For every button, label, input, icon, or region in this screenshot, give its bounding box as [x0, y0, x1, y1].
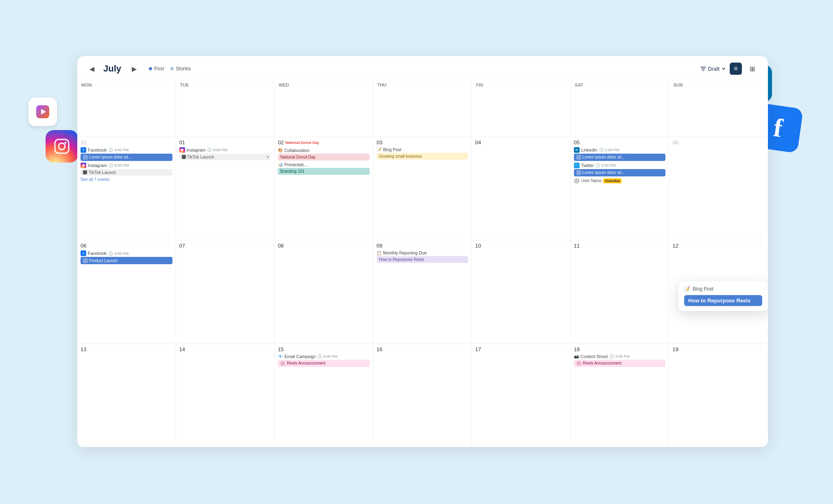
presentation-label: Presentati... — [284, 162, 307, 167]
content-shoot-label: Content Shoot — [580, 354, 608, 359]
day-number-31: 31 — [81, 139, 172, 146]
chevron-down-icon — [722, 67, 726, 71]
popup-header: 📝 Blog Post — [684, 286, 762, 292]
filter-button[interactable]: Draft — [700, 66, 726, 72]
event-instagram-header: ◉ Instagram 🕗 8:00 PM — [81, 163, 172, 168]
day-number-08: 08 — [278, 243, 370, 249]
col-header-sun: Sun — [669, 80, 768, 137]
post-dot — [149, 67, 152, 70]
day-cell-06-sun: 06 — [669, 137, 768, 241]
day-number-11: 11 — [574, 243, 666, 249]
col-header-mon: Mon — [77, 80, 176, 137]
day-number-12: 12 — [672, 243, 765, 249]
repurpose-reels-event[interactable]: How to Repurpose Reels — [377, 256, 469, 263]
user-avatar-05 — [574, 178, 580, 184]
email-campaign-header: 📧 Email Campaign 🕓 4:00 PM — [278, 354, 370, 359]
day-cell-08: 08 — [275, 240, 373, 344]
legend-post: Post — [149, 66, 164, 72]
svg-point-3 — [59, 143, 65, 150]
twitter-lorem-event[interactable]: Lorem ipsum dolor sit... — [574, 169, 666, 176]
day-number-18: 18 — [574, 346, 666, 352]
collaboration-label: Collaboration — [284, 148, 310, 153]
reels-announcement-15-event[interactable]: Reels Announcement — [278, 360, 370, 367]
grid-view-button[interactable]: ⊞ — [746, 63, 758, 75]
day-number-16: 16 — [377, 346, 469, 352]
facebook-platform-icon: f — [81, 147, 86, 153]
twitter-time-05: 🕑 2:00 PM — [595, 163, 616, 167]
day-cell-17: 17 — [472, 344, 571, 448]
facebook-w2-header: f Facebook 🕓 4:00 PM — [81, 250, 172, 256]
month-title: July — [103, 63, 121, 74]
tiktok-launch-01-event[interactable]: TikTok Launch • — [179, 154, 271, 160]
filter-label: Draft — [708, 66, 720, 72]
linkedin-platform-05: LinkedIn — [581, 148, 597, 152]
national-donut-event[interactable]: National Donut Day — [278, 154, 370, 161]
instagram-icon — [46, 130, 78, 163]
event-instagram-01-header: ◉ Instagram 🕗 8:00 PM — [179, 147, 271, 153]
day-number-02: 02 — [278, 139, 283, 146]
instagram-platform-name: Instagram — [88, 163, 107, 168]
day-cell-mon-06: 06 f Facebook 🕓 4:00 PM Product Launch — [77, 240, 176, 344]
facebook-event-time: 🕓 4:00 PM — [108, 148, 129, 152]
day-cell-19: 19 — [669, 344, 768, 448]
day-cell-15: 15 📧 Email Campaign 🕓 4:00 PM Reels Anno… — [275, 344, 373, 448]
next-month-button[interactable]: ▶ — [129, 64, 139, 74]
day-number-01: 01 — [179, 139, 271, 146]
day-number-03: 03 — [377, 139, 469, 146]
legend-post-label: Post — [154, 66, 164, 72]
col-header-sat: Sat — [571, 80, 669, 137]
legend-stories-label: Stories — [176, 66, 191, 72]
day-cell-03: 03 📝 Blog Post Growing small business — [373, 137, 472, 241]
day-cell-04: 04 — [472, 137, 571, 241]
linkedin-time-05: 🕑 2:00 PM — [599, 148, 619, 152]
stories-dot — [170, 67, 174, 70]
col-header-thu: Thu — [373, 80, 472, 137]
branding-101-event[interactable]: Branding 101 — [278, 168, 370, 175]
email-campaign-time: 🕓 4:00 PM — [317, 354, 338, 358]
day-number-10: 10 — [475, 243, 567, 249]
facebook-platform-name: Facebook — [88, 148, 107, 152]
day-number-09: 09 — [377, 243, 469, 249]
event-lorem-pill[interactable]: Lorem ipsum dolor sit... — [81, 154, 172, 161]
reels-announcement-18-event[interactable]: Reels Announcement — [574, 360, 666, 367]
prev-month-button[interactable]: ◀ — [87, 64, 97, 74]
day-cell-16: 16 — [373, 344, 472, 448]
content-shoot-time: 🕓 4:00 PM — [609, 354, 630, 358]
linkedin-header: in LinkedIn 🕑 2:00 PM — [574, 147, 666, 153]
col-header-tue: Tue — [176, 80, 275, 137]
tiktok-launch-event[interactable]: TikTok Launch — [81, 169, 172, 176]
day-cell-31: 31 f Facebook 🕓 4:00 PM Lorem ipsum dolo… — [77, 137, 176, 241]
legend-stories: Stories — [170, 66, 191, 72]
day-number-04: 04 — [475, 139, 567, 146]
growing-small-biz-event[interactable]: Growing small business — [377, 153, 469, 160]
instagram-platform-01: Instagram — [187, 148, 206, 152]
user-name-05: User Name — [581, 178, 602, 183]
day-number-05: 05 — [574, 139, 666, 146]
instagram-platform-icon: ◉ — [81, 163, 86, 168]
day-number-07: 07 — [179, 243, 271, 249]
twitter-platform-05: Twitter — [581, 163, 594, 168]
overdue-badge: Overdue — [603, 178, 621, 183]
header-controls: Draft ≡ ⊞ — [700, 63, 758, 75]
calendar-grid: Mon Tue Wed Thu Fri Sat Sun 31 f Faceboo… — [77, 80, 768, 447]
twitter-platform-icon-05: 🐦 — [574, 163, 580, 168]
legend: Post Stories — [149, 66, 191, 72]
list-view-button[interactable]: ≡ — [730, 63, 742, 75]
day-cell-01: 01 ◉ Instagram 🕗 8:00 PM TikTok Launch • — [176, 137, 275, 241]
day-cell-05: 05 in LinkedIn 🕑 2:00 PM Lorem ipsum dol… — [571, 137, 669, 241]
day-number-15: 15 — [278, 346, 370, 352]
see-all-events[interactable]: See all 7 events — [81, 177, 172, 182]
facebook-platform-icon-w2: f — [81, 250, 86, 256]
day-cell-13: 13 — [77, 344, 176, 448]
day-number-13: 13 — [81, 346, 172, 352]
day-cell-09: 09 📋 Monthly Reporting Due How to Repurp… — [373, 240, 472, 344]
national-donut-label: National Donut Day — [286, 141, 319, 145]
popup-title[interactable]: How to Repurpose Reels — [684, 295, 762, 306]
linkedin-lorem-event[interactable]: Lorem ipsum dolor sit... — [574, 154, 666, 161]
day-number-17: 17 — [475, 346, 567, 352]
day-number-mon-06: 06 — [81, 243, 172, 249]
day-number-06-sun: 06 — [672, 139, 765, 146]
day-cell-07: 07 — [176, 240, 275, 344]
product-launch-event[interactable]: Product Launch — [81, 257, 172, 264]
email-campaign-label: Email Campaign — [284, 354, 316, 359]
